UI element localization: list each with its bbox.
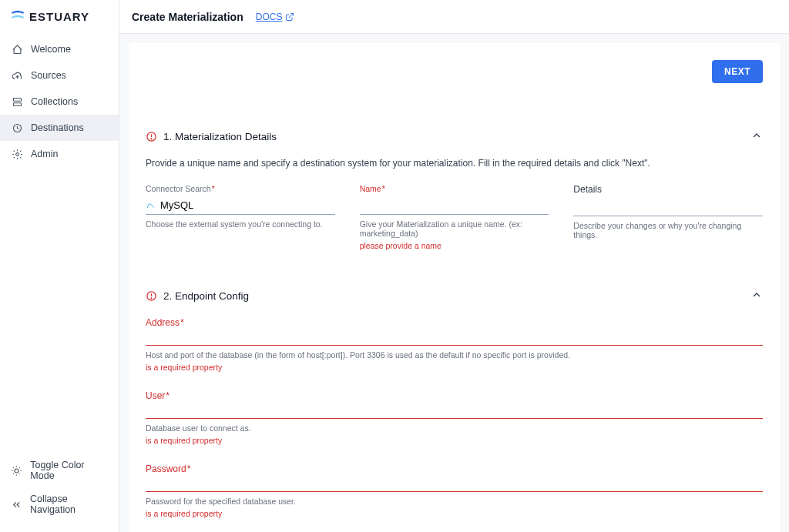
nav: Welcome Sources Collections Destinations	[0, 33, 119, 447]
sidebar-item-sources[interactable]: Sources	[0, 62, 119, 89]
docs-link[interactable]: DOCS	[256, 12, 295, 22]
svg-rect-0	[13, 98, 21, 101]
svg-point-4	[15, 469, 18, 473]
field-error: is a required property	[146, 509, 763, 518]
logo[interactable]: ESTUARY	[0, 0, 119, 33]
chevron-up-icon	[750, 129, 763, 142]
mysql-icon	[146, 200, 156, 211]
page-title: Create Materialization	[132, 11, 243, 23]
footer-item-label: Collapse Navigation	[30, 494, 108, 515]
svg-point-8	[151, 298, 152, 299]
error-icon	[146, 131, 157, 142]
user-input[interactable]	[146, 403, 763, 419]
section-description: Provide a unique name and specify a dest…	[146, 158, 763, 169]
sun-icon	[11, 464, 22, 477]
field-help: Give your Materialization a unique name.…	[360, 219, 549, 238]
details-input[interactable]	[573, 201, 763, 212]
sidebar-item-label: Admin	[31, 149, 58, 159]
error-icon	[146, 290, 157, 302]
collapse-section-button[interactable]	[750, 129, 763, 144]
password-label: Password*	[146, 463, 763, 474]
logo-icon	[11, 9, 25, 23]
details-label: Details	[573, 184, 763, 195]
logo-text: ESTUARY	[29, 10, 89, 23]
topbar: Create Materialization DOCS	[119, 0, 789, 34]
upload-cloud-icon	[11, 69, 23, 82]
name-label: Name*	[360, 184, 549, 193]
sidebar-item-destinations[interactable]: Destinations	[0, 115, 119, 141]
svg-point-6	[151, 139, 152, 139]
address-label: Address*	[146, 317, 763, 328]
docs-link-label: DOCS	[256, 12, 283, 22]
field-help: Host and port of the database (in the fo…	[146, 350, 763, 360]
password-input[interactable]	[146, 476, 763, 492]
chevron-up-icon	[750, 289, 763, 301]
sidebar: ESTUARY Welcome Sources Collections	[0, 0, 119, 532]
name-input[interactable]	[360, 199, 549, 211]
field-help: Choose the external system you're connec…	[146, 219, 335, 229]
field-help: Describe your changes or why you're chan…	[573, 221, 763, 239]
connector-label: Connector Search*	[146, 184, 335, 193]
chevrons-left-icon	[11, 498, 22, 510]
destinations-icon	[11, 122, 23, 134]
field-help: Password for the specified database user…	[146, 497, 763, 506]
connector-search-input[interactable]	[160, 199, 335, 211]
sidebar-item-label: Welcome	[31, 44, 71, 55]
sidebar-item-label: Sources	[31, 70, 66, 81]
sidebar-item-label: Collections	[31, 96, 78, 107]
sidebar-item-welcome[interactable]: Welcome	[0, 36, 119, 62]
sidebar-item-collections[interactable]: Collections	[0, 89, 119, 115]
toggle-color-mode[interactable]: Toggle Color Mode	[0, 453, 119, 487]
sidebar-item-admin[interactable]: Admin	[0, 141, 119, 167]
collapse-navigation[interactable]: Collapse Navigation	[0, 487, 119, 521]
svg-rect-1	[13, 102, 21, 105]
svg-point-3	[15, 152, 18, 156]
collapse-section-button[interactable]	[750, 289, 763, 303]
home-icon	[11, 43, 23, 55]
section-title: 1. Materialization Details	[163, 131, 277, 142]
gear-icon	[11, 148, 23, 160]
next-button[interactable]: NEXT	[712, 60, 763, 83]
collections-icon	[11, 95, 23, 108]
field-help: Database user to connect as.	[146, 423, 763, 433]
section-title: 2. Endpoint Config	[163, 290, 249, 302]
address-input[interactable]	[146, 330, 763, 346]
sidebar-item-label: Destinations	[31, 122, 84, 133]
field-error: is a required property	[146, 436, 763, 445]
field-error: please provide a name	[360, 241, 549, 250]
field-error: is a required property	[146, 363, 763, 372]
external-link-icon	[285, 12, 294, 22]
footer-item-label: Toggle Color Mode	[30, 460, 108, 481]
user-label: User*	[146, 390, 763, 401]
